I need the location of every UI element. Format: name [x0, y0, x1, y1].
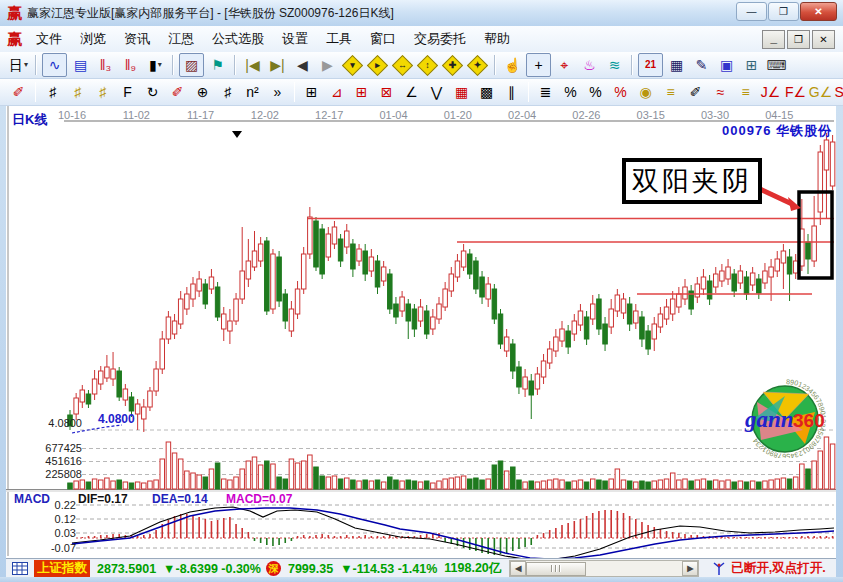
chip-peak-icon[interactable]: ♨ — [578, 54, 601, 76]
gann360-logo: 8901234567890123456789012345678901234 ga… — [729, 378, 839, 458]
shenzhen-market-icon[interactable]: 深 — [266, 561, 281, 576]
speed-angle-icon[interactable]: S∠ — [834, 81, 843, 103]
toolbar-separator — [35, 82, 36, 102]
skip-end-icon[interactable]: ▶| — [266, 54, 289, 76]
chip-flag-icon[interactable]: ⚑ — [206, 54, 229, 76]
application-window: { "window": { "title": "赢家江恩专业版[赢家内部服务平台… — [0, 0, 843, 582]
gann-fib-grid-icon[interactable]: F — [116, 81, 139, 103]
gann-square-n2-icon[interactable]: n² — [241, 81, 264, 103]
stock-code: 000976 — [722, 123, 771, 138]
price-axis-label: 4.0800 — [34, 417, 82, 429]
price-tag: 4.0800 — [98, 412, 135, 426]
maximize-button[interactable]: ❐ — [768, 2, 799, 21]
hist-lines-icon[interactable]: ≣ — [534, 81, 557, 103]
gold-circle-icon[interactable]: ◉ — [634, 81, 657, 103]
draw-brush-icon[interactable]: ✐ — [7, 81, 30, 103]
percent-trend-icon[interactable]: % — [559, 81, 582, 103]
stock-name: 华铁股份 — [776, 123, 832, 138]
gann-gold-grid-icon[interactable]: ♯ — [66, 81, 89, 103]
grid-dense-icon[interactable]: ▩ — [475, 81, 498, 103]
region-overview-icon[interactable]: ∿ — [42, 53, 67, 77]
menu-item-2[interactable]: 资讯 — [115, 28, 159, 50]
gann360-logo-graphic: 8901234567890123456789012345678901234 ga… — [729, 378, 839, 458]
expand-all-diamond-icon[interactable]: ✚ — [441, 54, 464, 76]
mdi-minimize-button[interactable]: ＿ — [762, 30, 785, 49]
gold-lines-icon[interactable]: ≡ — [659, 81, 682, 103]
gann-gold2-grid-icon[interactable]: ♯ — [91, 81, 114, 103]
wave-tool-icon[interactable]: ≋ — [603, 54, 626, 76]
close-button[interactable]: ✕ — [800, 2, 837, 21]
grid-box-icon[interactable]: ▦ — [450, 81, 473, 103]
gann-spiral-icon[interactable]: ↻ — [141, 81, 164, 103]
skip-start-icon[interactable]: |◀ — [241, 54, 264, 76]
date-tick-11: 04-15 — [757, 109, 801, 121]
chart-9-icon[interactable]: ‖₉ — [119, 54, 142, 76]
parallel-lines-icon[interactable]: ∥ — [500, 81, 523, 103]
gann-dense-grid-icon[interactable]: ♯ — [216, 81, 239, 103]
chip-distribution-icon[interactable]: ▨ — [179, 53, 204, 77]
calendar-icon[interactable]: 21 — [638, 53, 663, 77]
menu-item-8[interactable]: 交易委托 — [405, 28, 475, 50]
zoom-out-diamond-icon[interactable]: ▾ — [341, 54, 364, 76]
title-bar[interactable]: 赢 赢家江恩专业版[赢家内部服务平台] - [华铁股份 SZ000976-126… — [0, 0, 843, 27]
index1-name-badge[interactable]: 上证指数 — [34, 560, 90, 577]
wave-v-icon[interactable]: ⋁ — [425, 81, 448, 103]
gold-angle-icon[interactable]: G∠ — [809, 81, 832, 103]
scrollbar-thumb[interactable] — [526, 562, 586, 576]
mdi-close-button[interactable]: ✕ — [812, 30, 835, 49]
minimize-button[interactable]: — — [736, 2, 767, 21]
gann-circle-icon[interactable]: ⊕ — [191, 81, 214, 103]
f-angle-icon[interactable]: F∠ — [784, 81, 807, 103]
menu-item-1[interactable]: 浏览 — [71, 28, 115, 50]
single-candle-icon[interactable]: ▮▾ — [144, 54, 167, 76]
percent-icon[interactable]: % — [584, 81, 607, 103]
line-box-icon[interactable]: ⊠ — [375, 81, 398, 103]
scroll-left-arrow[interactable]: ◀ — [510, 561, 526, 576]
macd-value-label: MACD=0.07 — [226, 492, 292, 506]
calculator-icon[interactable]: ▦ — [665, 54, 688, 76]
crosshair-icon[interactable]: + — [526, 53, 551, 77]
menu-item-9[interactable]: 帮助 — [475, 28, 519, 50]
candle-brush-icon[interactable]: ✐ — [684, 81, 707, 103]
menu-item-0[interactable]: 文件 — [27, 28, 71, 50]
chart-3-icon[interactable]: ‖₃ — [94, 54, 117, 76]
menu-item-3[interactable]: 江恩 — [159, 28, 203, 50]
gold-mean-icon[interactable]: ≡ — [734, 81, 757, 103]
fan-box-icon[interactable]: ⊞ — [350, 81, 373, 103]
box-select-icon[interactable]: ⊞ — [300, 81, 323, 103]
next-bar-icon[interactable]: ▶ — [316, 54, 339, 76]
annotation-box: 双阳夹阴 — [622, 158, 762, 204]
net-send-icon[interactable]: ⊞ — [740, 54, 763, 76]
window-title: 赢家江恩专业版[赢家内部服务平台] - [华铁股份 SZ000976-126日K… — [27, 5, 394, 22]
horizontal-scrollbar[interactable]: ◀ ▶ — [509, 560, 699, 577]
menu-item-7[interactable]: 窗口 — [361, 28, 405, 50]
mdi-restore-button[interactable]: ❐ — [787, 30, 810, 49]
notepad-icon[interactable]: ✎ — [690, 54, 713, 76]
info-doc-icon[interactable]: ▤ — [69, 54, 92, 76]
period-selector[interactable]: 日▾ — [7, 54, 30, 76]
macd-axis-3: 0.03 — [42, 527, 76, 539]
pan-hand-icon[interactable]: ☝ — [501, 54, 524, 76]
menu-item-4[interactable]: 公式选股 — [203, 28, 273, 50]
gann-grid-icon[interactable]: ♯ — [41, 81, 64, 103]
index-table-icon[interactable] — [12, 562, 28, 575]
percent-line-icon[interactable]: % — [609, 81, 632, 103]
fan-lines-icon[interactable]: ⊿ — [325, 81, 348, 103]
gann-draw-grid-icon[interactable]: ✐ — [166, 81, 189, 103]
expand-v-diamond-icon[interactable]: ↕ — [416, 54, 439, 76]
save-icon[interactable]: ▣ — [715, 54, 738, 76]
zoom-in-diamond-icon[interactable]: ▸ — [366, 54, 389, 76]
chart-area[interactable]: 日K线 10-1611-0211-1712-0212-1701-0401-200… — [6, 106, 836, 558]
overflow-chevron-icon[interactable]: » — [266, 81, 289, 103]
angle-lines-icon[interactable]: ∠ — [400, 81, 423, 103]
pointer-zoom-icon[interactable]: ⌖ — [553, 54, 576, 76]
expand-h-diamond-icon[interactable]: ↔ — [391, 54, 414, 76]
j-angle-icon[interactable]: J∠ — [759, 81, 782, 103]
prev-bar-icon[interactable]: ◀ — [291, 54, 314, 76]
menu-item-6[interactable]: 工具 — [317, 28, 361, 50]
menu-item-5[interactable]: 设置 — [273, 28, 317, 50]
remote-pc-icon[interactable]: ⌨ — [765, 54, 788, 76]
fit-diamond-icon[interactable]: ✦ — [466, 54, 489, 76]
scroll-right-arrow[interactable]: ▶ — [682, 561, 698, 576]
wave-av-icon[interactable]: ≈ — [709, 81, 732, 103]
